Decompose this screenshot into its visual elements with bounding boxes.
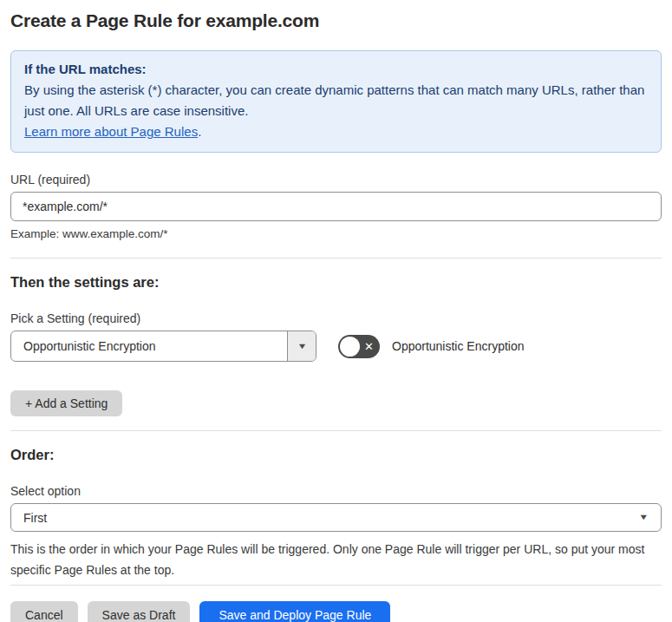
- link-period-text: .: [198, 124, 201, 139]
- toggle-label: Opportunistic Encryption: [392, 339, 525, 353]
- section-divider: [10, 585, 662, 586]
- info-box-link-line: Learn more about Page Rules.: [24, 121, 648, 142]
- toggle-knob: [340, 337, 360, 357]
- order-select[interactable]: First ▼: [10, 503, 662, 532]
- url-example-hint: Example: www.example.com/*: [10, 227, 662, 240]
- form-actions: Cancel Save as Draft Save and Deploy Pag…: [10, 601, 662, 622]
- opportunistic-encryption-toggle[interactable]: ✕: [338, 335, 380, 358]
- info-box-heading: If the URL matches:: [24, 59, 648, 80]
- chevron-down-icon: ▼: [638, 514, 662, 521]
- x-icon: ✕: [364, 341, 374, 352]
- setting-select[interactable]: Opportunistic Encryption ▼: [10, 331, 316, 362]
- info-box-body: By using the asterisk (*) character, you…: [24, 80, 648, 121]
- chevron-down-icon: ▼: [297, 343, 307, 350]
- url-match-info-box: If the URL matches: By using the asteris…: [10, 50, 662, 153]
- pick-setting-label: Pick a Setting (required): [10, 311, 662, 325]
- page-title: Create a Page Rule for example.com: [10, 10, 662, 31]
- order-help-text: This is the order in which your Page Rul…: [10, 539, 662, 580]
- section-divider: [10, 258, 662, 259]
- order-select-value: First: [11, 511, 59, 525]
- create-page-rule-form: Create a Page Rule for example.com If th…: [0, 0, 672, 622]
- order-section-heading: Order:: [10, 447, 662, 463]
- url-input[interactable]: [10, 192, 662, 221]
- save-deploy-button[interactable]: Save and Deploy Page Rule: [199, 601, 390, 622]
- add-setting-button[interactable]: + Add a Setting: [10, 390, 122, 416]
- learn-more-link[interactable]: Learn more about Page Rules: [24, 124, 198, 139]
- save-draft-button[interactable]: Save as Draft: [88, 601, 191, 622]
- cancel-button[interactable]: Cancel: [10, 601, 78, 622]
- url-field-group: URL (required) Example: www.example.com/…: [10, 173, 662, 240]
- url-label: URL (required): [10, 173, 662, 187]
- setting-select-arrow-button[interactable]: ▼: [287, 331, 316, 361]
- setting-row: Opportunistic Encryption ▼ ✕ Opportunist…: [10, 331, 662, 362]
- order-select-label: Select option: [10, 484, 662, 498]
- setting-select-value: Opportunistic Encryption: [11, 339, 168, 353]
- section-divider: [10, 430, 662, 431]
- settings-section-heading: Then the settings are:: [10, 274, 662, 291]
